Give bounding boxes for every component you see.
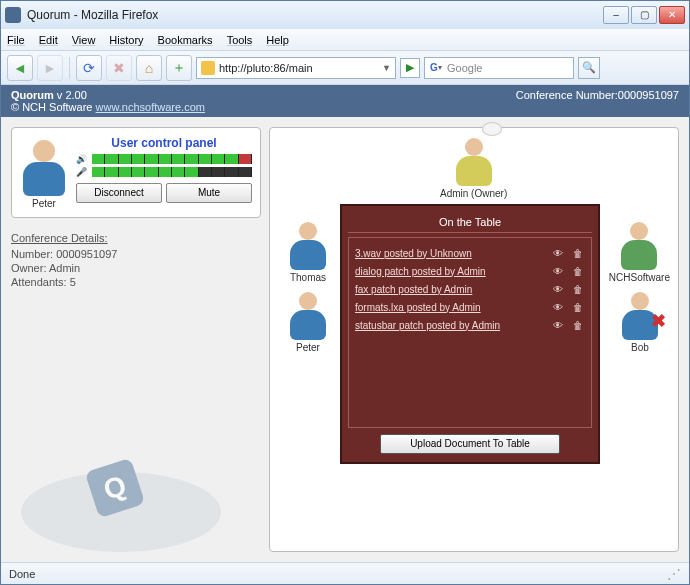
upload-document-button[interactable]: Upload Document To Table	[380, 434, 560, 454]
app-name: Quorum	[11, 89, 54, 101]
participant-nchsoftware[interactable]: NCHSoftware	[609, 218, 670, 283]
reload-icon: ⟳	[83, 60, 95, 76]
participant-admin[interactable]: Admin (Owner)	[440, 134, 507, 199]
view-icon[interactable]: 👁	[551, 319, 565, 331]
peter-avatar-icon	[288, 288, 328, 340]
control-panel-buttons: Disconnect Mute	[76, 183, 252, 203]
self-name: Peter	[20, 198, 68, 209]
menu-file[interactable]: File	[7, 34, 25, 46]
search-box[interactable]: G▾ Google	[424, 57, 574, 79]
admin-avatar-icon	[454, 134, 494, 186]
background-art: Q	[11, 304, 261, 552]
participant-bob[interactable]: ✖ Bob	[620, 288, 660, 353]
menu-edit[interactable]: Edit	[39, 34, 58, 46]
url-dropdown-icon[interactable]: ▼	[382, 63, 391, 73]
home-button[interactable]: ⌂	[136, 55, 162, 81]
minimize-button[interactable]: –	[603, 6, 629, 24]
arrow-right-icon: ►	[43, 60, 57, 76]
go-button[interactable]: ▶	[400, 58, 420, 78]
input-meter-row: 🎤	[76, 167, 252, 177]
disconnected-icon: ✖	[651, 310, 666, 332]
document-link[interactable]: formats.lxa posted by Admin	[355, 302, 545, 313]
document-link[interactable]: fax patch posted by Admin	[355, 284, 545, 295]
conference-area: Admin (Owner) Thomas Peter NCHSoftware	[269, 127, 679, 552]
bob-label: Bob	[620, 342, 660, 353]
close-button[interactable]: ✕	[659, 6, 685, 24]
view-icon[interactable]: 👁	[551, 247, 565, 259]
vendor-link[interactable]: www.nchsoftware.com	[96, 101, 205, 113]
go-icon: ▶	[406, 61, 414, 74]
input-meter	[92, 167, 252, 177]
app-copyright: © NCH Software	[11, 101, 92, 113]
table-row: fax patch posted by Admin 👁 🗑	[355, 280, 585, 298]
mute-button[interactable]: Mute	[166, 183, 252, 203]
disconnect-button[interactable]: Disconnect	[76, 183, 162, 203]
output-meter-row: 🔊	[76, 154, 252, 164]
view-icon[interactable]: 👁	[551, 301, 565, 313]
plus-icon: ＋	[172, 59, 186, 77]
app-body: Peter User control panel 🔊 🎤	[1, 117, 689, 562]
view-icon[interactable]: 👁	[551, 283, 565, 295]
nch-avatar-icon	[619, 218, 659, 270]
bob-avatar-icon: ✖	[620, 288, 660, 340]
conference-details: Conference Details: Number: 0000951097 O…	[11, 232, 261, 290]
stop-button[interactable]: ✖	[106, 55, 132, 81]
window-title: Quorum - Mozilla Firefox	[27, 8, 603, 22]
menu-help[interactable]: Help	[266, 34, 289, 46]
speech-bubble-icon	[482, 122, 502, 136]
user-control-panel: Peter User control panel 🔊 🎤	[11, 127, 261, 218]
delete-icon[interactable]: 🗑	[571, 247, 585, 259]
document-link[interactable]: statusbar patch posted by Admin	[355, 320, 545, 331]
output-meter	[92, 154, 252, 164]
table-row: formats.lxa posted by Admin 👁 🗑	[355, 298, 585, 316]
app-version: v 2.00	[57, 89, 87, 101]
menu-history[interactable]: History	[109, 34, 143, 46]
url-bar[interactable]: http://pluto:86/main ▼	[196, 57, 396, 79]
details-heading: Conference Details:	[11, 232, 261, 244]
resize-grip-icon[interactable]: ⋰	[667, 566, 681, 582]
search-submit-button[interactable]: 🔍	[578, 57, 600, 79]
admin-label: Admin (Owner)	[440, 188, 507, 199]
back-button[interactable]: ◄	[7, 55, 33, 81]
delete-icon[interactable]: 🗑	[571, 283, 585, 295]
participant-peter[interactable]: Peter	[288, 288, 328, 353]
page-content: Quorum v 2.00 © NCH Software www.nchsoft…	[1, 85, 689, 562]
nch-label: NCHSoftware	[609, 272, 670, 283]
browser-window: Quorum - Mozilla Firefox – ▢ ✕ File Edit…	[0, 0, 690, 585]
thomas-avatar-icon	[288, 218, 328, 270]
table-title: On the Table	[348, 212, 592, 233]
menu-bookmarks[interactable]: Bookmarks	[158, 34, 213, 46]
titlebar[interactable]: Quorum - Mozilla Firefox – ▢ ✕	[1, 1, 689, 29]
mic-icon: 🎤	[76, 167, 88, 177]
view-icon[interactable]: 👁	[551, 265, 565, 277]
menubar: File Edit View History Bookmarks Tools H…	[1, 29, 689, 51]
url-text[interactable]: http://pluto:86/main	[219, 62, 382, 74]
toolbar-separator	[69, 57, 70, 79]
participant-thomas[interactable]: Thomas	[288, 218, 328, 283]
maximize-button[interactable]: ▢	[631, 6, 657, 24]
menu-tools[interactable]: Tools	[227, 34, 253, 46]
self-avatar-icon	[20, 136, 68, 196]
search-engine-icon[interactable]: G▾	[429, 61, 443, 75]
forward-button[interactable]: ►	[37, 55, 63, 81]
peter-label: Peter	[288, 342, 328, 353]
details-owner: Owner: Admin	[11, 262, 261, 274]
delete-icon[interactable]: 🗑	[571, 265, 585, 277]
home-icon: ⌂	[145, 60, 153, 76]
table-row: dialog patch posted by Admin 👁 🗑	[355, 262, 585, 280]
document-link[interactable]: dialog patch posted by Admin	[355, 266, 545, 277]
toolbar: ◄ ► ⟳ ✖ ⌂ ＋ http://pluto:86/main ▼ ▶ G▾ …	[1, 51, 689, 85]
document-link[interactable]: 3.wav posted by Unknown	[355, 248, 545, 259]
delete-icon[interactable]: 🗑	[571, 319, 585, 331]
delete-icon[interactable]: 🗑	[571, 301, 585, 313]
reload-button[interactable]: ⟳	[76, 55, 102, 81]
thomas-label: Thomas	[288, 272, 328, 283]
new-tab-button[interactable]: ＋	[166, 55, 192, 81]
conference-number-header: Conference Number:0000951097	[516, 89, 679, 101]
app-icon	[5, 7, 21, 23]
window-controls: – ▢ ✕	[603, 6, 685, 24]
menu-view[interactable]: View	[72, 34, 96, 46]
table-panel: On the Table 3.wav posted by Unknown 👁 🗑…	[340, 204, 600, 464]
app-title-line: Quorum v 2.00	[11, 89, 205, 101]
search-placeholder: Google	[447, 62, 569, 74]
